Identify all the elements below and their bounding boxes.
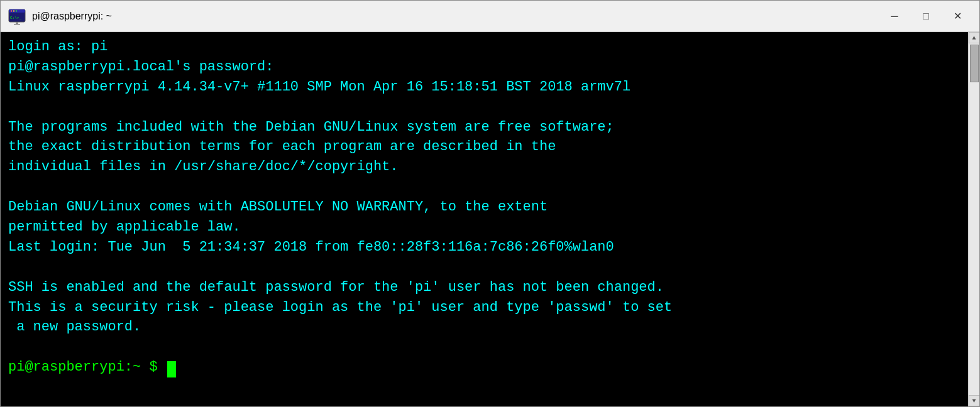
svg-point-3 [13,10,14,11]
scrollbar-track [969,43,979,395]
maximize-button[interactable]: □ [911,6,940,26]
terminal[interactable]: login as: pi pi@raspberrypi.local's pass… [1,32,968,406]
titlebar-buttons: ─ □ ✕ [880,6,972,26]
close-button[interactable]: ✕ [943,6,972,26]
scrollbar-up-arrow[interactable]: ▲ [969,32,980,43]
titlebar: C:\>_ pi@raspberrypi: ~ ─ □ ✕ [1,1,979,32]
window: C:\>_ pi@raspberrypi: ~ ─ □ ✕ login as: … [0,0,980,407]
svg-point-4 [16,10,17,11]
scrollbar-thumb[interactable] [970,45,979,82]
titlebar-title: pi@raspberrypi: ~ [32,11,880,22]
cursor [167,361,176,377]
svg-rect-7 [14,24,20,25]
svg-rect-6 [16,22,18,24]
prompt-line: pi@raspberrypi:~ $ [8,359,166,375]
terminal-wrapper: login as: pi pi@raspberrypi.local's pass… [1,32,979,406]
scrollbar-down-arrow[interactable]: ▼ [969,395,980,406]
minimize-button[interactable]: ─ [880,6,909,26]
scrollbar[interactable]: ▲ ▼ [968,32,979,406]
svg-point-2 [11,10,12,11]
svg-text:C:\>_: C:\>_ [10,16,21,20]
line-1: login as: pi pi@raspberrypi.local's pass… [8,39,672,335]
terminal-output: login as: pi pi@raspberrypi.local's pass… [8,37,961,377]
terminal-icon: C:\>_ [8,8,26,25]
